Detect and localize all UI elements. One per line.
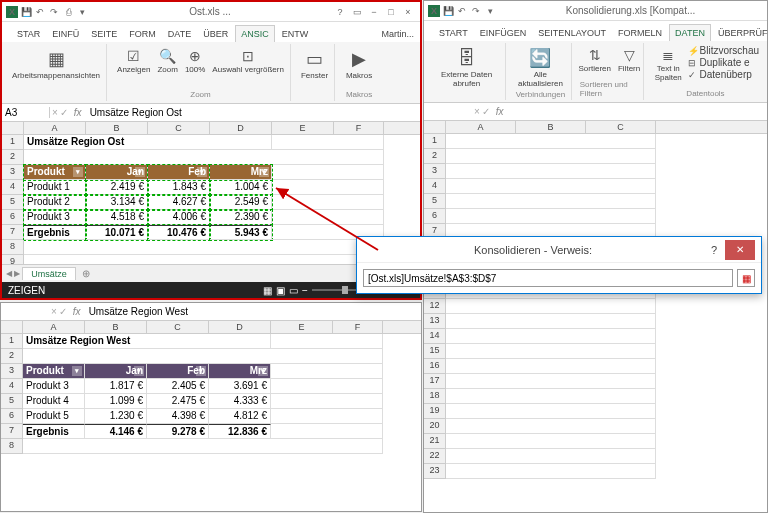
group-name-zoom: Zoom (190, 90, 210, 99)
ribbon-tabs-kons: START EINFÜGEN SEITENLAYOUT FORMELN DATE… (424, 21, 767, 41)
tab-seite[interactable]: SEITE (86, 26, 122, 42)
excel-logo-icon: X (6, 6, 18, 18)
group-name-macros: Makros (346, 90, 372, 99)
external-data-button[interactable]: 🗄Externe Daten abrufen (432, 45, 501, 90)
zoom-100-button[interactable]: ⊕100% (183, 46, 207, 76)
formula-bar-kons: ×✓ fx (424, 103, 767, 121)
maximize-icon[interactable]: □ (383, 5, 399, 19)
view-icon[interactable]: ▦ (263, 285, 272, 296)
range-picker-icon[interactable]: ▦ (737, 269, 755, 287)
zoom-button[interactable]: 🔍Zoom (155, 46, 179, 76)
ribbon-tabs-ost: STAR EINFÜ SEITE FORM DATE ÜBER ANSIC EN… (2, 22, 420, 42)
tab-ueber[interactable]: ÜBER (198, 26, 233, 42)
qat-more-icon[interactable]: ▾ (484, 5, 496, 17)
status-mode: ZEIGEN (8, 285, 45, 296)
window-west: ×✓ fx Umsätze Region West A B C D E F 1U… (0, 302, 422, 512)
refresh-all-button[interactable]: 🔄Alle aktualisieren (514, 45, 567, 90)
col-c[interactable]: C (148, 122, 210, 134)
view-icon[interactable]: ▭ (289, 285, 298, 296)
col-a[interactable]: A (24, 122, 86, 134)
grid-west[interactable]: A B C D E F 1Umsätze Region West 2 3 Pro… (1, 321, 421, 511)
enter-icon[interactable]: ✓ (60, 107, 68, 118)
hdr-mrz[interactable]: Mrz▾ (210, 165, 272, 180)
ribbon-group-zoom: ☑Anzeigen 🔍Zoom ⊕100% ⊡Auswahl vergrößer… (111, 44, 291, 101)
tab-einfuegen[interactable]: EINFÜ (47, 26, 84, 42)
tab-start[interactable]: STAR (12, 26, 45, 42)
dialog-title: Konsolidieren - Verweis: (363, 244, 703, 256)
ribbon-kons: 🗄Externe Daten abrufen 🔄Alle aktualisier… (424, 41, 767, 103)
help-icon[interactable]: ? (332, 5, 348, 19)
qat-redo-icon[interactable]: ↷ (48, 6, 60, 18)
hdr-feb[interactable]: Feb▾ (148, 165, 210, 180)
fx-icon[interactable]: fx (69, 306, 85, 317)
qat-save-icon[interactable]: 💾 (442, 5, 454, 17)
dialog-close-icon[interactable]: ✕ (725, 240, 755, 260)
col-b[interactable]: B (86, 122, 148, 134)
qat-more-icon[interactable]: ▾ (76, 6, 88, 18)
name-box[interactable]: A3 (2, 107, 50, 118)
remove-dupes-button[interactable]: ⊟Duplikate e (688, 57, 759, 68)
filter-icon: ▾ (135, 167, 145, 177)
filter-icon: ▾ (197, 167, 207, 177)
col-e[interactable]: E (272, 122, 334, 134)
filter-icon: ▾ (259, 167, 269, 177)
filter-button[interactable]: ▽Filtern (616, 45, 642, 75)
tab-daten[interactable]: DATE (163, 26, 196, 42)
data-validation-button[interactable]: ✓Datenüberp (688, 69, 759, 80)
select-all-corner[interactable] (1, 321, 23, 333)
user-label[interactable]: Martin... (375, 26, 420, 42)
reference-input[interactable] (363, 269, 733, 287)
add-sheet-icon[interactable]: ⊕ (78, 268, 94, 279)
title-cell[interactable]: Umsätze Region Ost (24, 135, 272, 150)
enter-icon[interactable]: ✓ (59, 306, 67, 317)
sheet-nav-icon[interactable]: ◀ ▶ (6, 269, 20, 278)
formula-content-west[interactable]: Umsätze Region West (85, 306, 421, 317)
formula-content[interactable]: Umsätze Region Ost (86, 107, 420, 118)
flash-fill-button[interactable]: ⚡Blitzvorschau (688, 45, 759, 56)
formula-bar-ost: A3 ×✓ fx Umsätze Region Ost (2, 104, 420, 122)
macros-button[interactable]: ▶Makros (344, 46, 374, 82)
workbook-views-button[interactable]: ▦Arbeitsmappenansichten (10, 46, 102, 82)
window-title-kons: Konsolidierung.xls [Kompat... (498, 5, 763, 16)
tab-ansicht[interactable]: ANSIC (235, 25, 275, 42)
qat-print-icon[interactable]: ⎙ (62, 6, 74, 18)
tab-formeln[interactable]: FORM (124, 26, 161, 42)
show-button[interactable]: ☑Anzeigen (115, 46, 152, 76)
window-button[interactable]: ▭Fenster (299, 46, 330, 82)
cancel-icon[interactable]: × (52, 107, 58, 118)
select-all-corner[interactable] (2, 122, 24, 134)
ribbon-group-views: ▦Arbeitsmappenansichten (6, 44, 107, 101)
hdr-produkt[interactable]: Produkt▾ (24, 165, 86, 180)
titlebar-kons: X 💾 ↶ ↷ ▾ Konsolidierung.xls [Kompat... (424, 1, 767, 21)
sheet-tab-umsaetze[interactable]: Umsätze (22, 267, 76, 280)
col-f[interactable]: F (334, 122, 384, 134)
zoom-out-icon[interactable]: − (302, 285, 308, 296)
cancel-icon[interactable]: × (51, 306, 57, 317)
ribbon-options-icon[interactable]: ▭ (349, 5, 365, 19)
sort-button[interactable]: ⇅Sortieren (577, 45, 613, 75)
tab-entw[interactable]: ENTW (277, 26, 314, 42)
qat-redo-icon[interactable]: ↷ (470, 5, 482, 17)
close-icon[interactable]: × (400, 5, 416, 19)
dialog-help-icon[interactable]: ? (703, 244, 725, 256)
qat-undo-icon[interactable]: ↶ (456, 5, 468, 17)
ribbon-group-macros: ▶Makros Makros (339, 44, 379, 101)
hdr-jan[interactable]: Jan▾ (86, 165, 148, 180)
consolidate-reference-dialog: Konsolidieren - Verweis: ? ✕ ▦ (356, 236, 762, 294)
qat-save-icon[interactable]: 💾 (20, 6, 32, 18)
view-icon[interactable]: ▣ (276, 285, 285, 296)
formula-bar-west: ×✓ fx Umsätze Region West (1, 303, 421, 321)
fx-icon[interactable]: fx (492, 106, 508, 117)
ribbon-group-window: ▭Fenster (295, 44, 335, 101)
qat-undo-icon[interactable]: ↶ (34, 6, 46, 18)
window-title: Ost.xls ... (90, 6, 330, 17)
zoom-selection-button[interactable]: ⊡Auswahl vergrößern (210, 46, 286, 76)
filter-icon: ▾ (73, 167, 83, 177)
minimize-icon[interactable]: − (366, 5, 382, 19)
text-columns-button[interactable]: ≣Text in Spalten (652, 45, 685, 84)
fx-icon[interactable]: fx (70, 107, 86, 118)
excel-logo-icon: X (428, 5, 440, 17)
grid-kons[interactable]: A B C 1234567891011121314151617181920212… (424, 121, 767, 512)
titlebar-ost: X 💾 ↶ ↷ ⎙ ▾ Ost.xls ... ? ▭ − □ × (2, 2, 420, 22)
col-d[interactable]: D (210, 122, 272, 134)
